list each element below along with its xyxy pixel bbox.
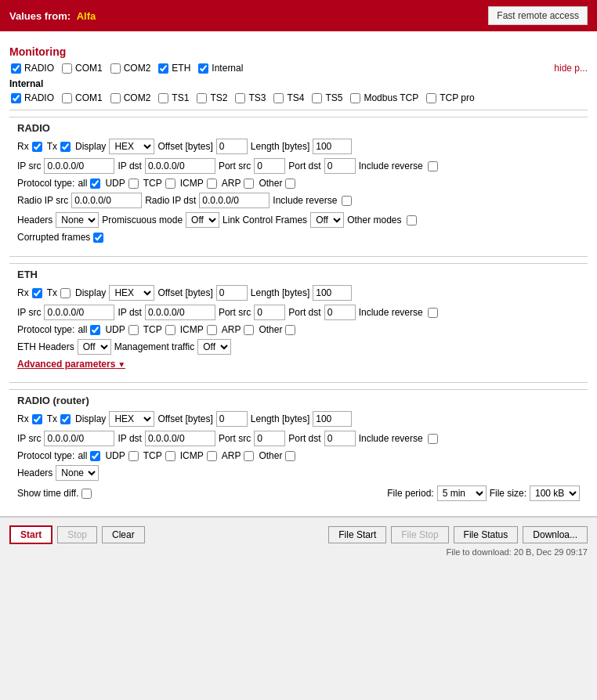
radio-portdst-input[interactable] <box>324 158 356 174</box>
radio-udp-checkbox[interactable] <box>128 179 139 189</box>
eth-ethheaders-select[interactable]: OffOn <box>78 339 111 355</box>
radio-inclrev2-label: Include reverse <box>273 195 337 206</box>
radio-othermodes-checkbox[interactable] <box>407 215 417 226</box>
internal-outer-checkbox[interactable] <box>198 63 208 74</box>
radio-inclrev2-checkbox[interactable] <box>342 196 352 206</box>
com1-outer-checkbox[interactable] <box>62 63 72 74</box>
radio-row1: Rx Tx Display HEXASCIIDEC Offset [bytes]… <box>17 139 580 154</box>
radio-icmp-checkbox[interactable] <box>207 179 217 189</box>
rr-arp-checkbox[interactable] <box>244 451 254 461</box>
eth-advanced-link[interactable]: Advanced parameters <box>17 359 125 370</box>
rr-ipsrc-input[interactable] <box>44 431 114 446</box>
internal-section: Internal RADIO COM1 COM2 TS1 <box>9 78 588 103</box>
eth-all-checkbox[interactable] <box>90 325 100 335</box>
radio-linkctrl-label: Link Control Frames <box>223 215 307 226</box>
radio-linkctrl-select[interactable]: OffOn <box>310 212 344 228</box>
radio-outer-checkbox[interactable] <box>11 63 21 74</box>
radio-length-input[interactable] <box>313 139 352 154</box>
radio-ipdst-input[interactable] <box>145 158 215 174</box>
rr-tx-checkbox[interactable] <box>60 414 71 424</box>
com1-inner-checkbox[interactable] <box>62 93 72 103</box>
eth-outer-checkbox[interactable] <box>158 63 168 74</box>
ts4-inner-checkbox[interactable] <box>273 93 284 103</box>
radio-ipsrc-input[interactable] <box>44 158 114 174</box>
eth-inclrev-checkbox[interactable] <box>428 308 438 318</box>
eth-udp-checkbox[interactable] <box>128 325 139 335</box>
radio-offset-input[interactable] <box>216 139 248 154</box>
eth-offset-input[interactable] <box>216 285 248 301</box>
radio-other-checkbox[interactable] <box>285 179 295 189</box>
radio-promiscuous-select[interactable]: OffOn <box>186 212 219 228</box>
ts5-inner-checkbox[interactable] <box>312 93 322 103</box>
rr-rx-checkbox[interactable] <box>32 414 42 424</box>
eth-length-label: Length [bytes] <box>251 287 309 298</box>
rr-inclrev-checkbox[interactable] <box>428 434 438 444</box>
eth-portsrc-input[interactable] <box>254 305 285 320</box>
rr-fileperiod-select[interactable]: 5 min10 min30 min1 h <box>437 485 487 501</box>
rr-portsrc-input[interactable] <box>254 431 285 446</box>
modbus-inner-check: Modbus TCP <box>349 92 418 103</box>
file-stop-button[interactable]: File Stop <box>391 526 448 543</box>
eth-display-select[interactable]: HEXASCIIDEC <box>109 285 154 301</box>
eth-other-checkbox[interactable] <box>285 325 295 335</box>
fast-remote-button[interactable]: Fast remote access <box>488 6 588 25</box>
radio-tcp-checkbox[interactable] <box>165 179 175 189</box>
ts2-inner-checkbox[interactable] <box>197 93 207 103</box>
clear-button[interactable]: Clear <box>102 526 145 543</box>
radio-arp-checkbox[interactable] <box>244 179 254 189</box>
download-button[interactable]: Downloa... <box>523 526 588 543</box>
radio-promiscuous-label: Promiscuous mode <box>102 215 183 226</box>
rr-protocol-label: Protocol type: <box>17 450 74 461</box>
tcppro-inner-checkbox[interactable] <box>426 93 436 103</box>
eth-ipdst-input[interactable] <box>145 305 215 320</box>
radio-display-select[interactable]: HEXASCIIDEC <box>109 139 154 154</box>
eth-rx-checkbox[interactable] <box>32 288 42 298</box>
radio-radioipdst-input[interactable] <box>199 193 270 208</box>
file-status-button[interactable]: File Status <box>454 526 519 543</box>
eth-icmp-checkbox[interactable] <box>207 325 217 335</box>
radio-inner-checkbox[interactable] <box>11 93 21 103</box>
radio-rx-checkbox[interactable] <box>32 142 42 152</box>
rr-showtime-checkbox[interactable] <box>81 489 92 499</box>
start-button[interactable]: Start <box>9 525 52 544</box>
radio-headers-select[interactable]: NoneAll <box>56 212 99 228</box>
modbus-inner-checkbox[interactable] <box>350 93 360 103</box>
radio-radioipsrc-input[interactable] <box>71 193 142 208</box>
com2-inner-checkbox[interactable] <box>110 93 121 103</box>
rr-other-checkbox[interactable] <box>285 451 295 461</box>
eth-tcp-checkbox[interactable] <box>165 325 175 335</box>
rr-icmp-checkbox[interactable] <box>207 451 217 461</box>
rr-tcp-checkbox[interactable] <box>165 451 175 461</box>
rr-all-checkbox[interactable] <box>90 451 100 461</box>
radio-inclrev-checkbox[interactable] <box>428 161 438 171</box>
ts3-inner-checkbox[interactable] <box>235 93 245 103</box>
eth-length-input[interactable] <box>313 285 352 301</box>
com2-outer-checkbox[interactable] <box>110 63 121 74</box>
rr-display-select[interactable]: HEXASCIIDEC <box>109 411 154 427</box>
rr-length-input[interactable] <box>313 411 352 427</box>
rr-offset-input[interactable] <box>216 411 248 427</box>
rr-udp-checkbox[interactable] <box>128 451 139 461</box>
hide-link[interactable]: hide p... <box>554 63 588 74</box>
radio-all-checkbox[interactable] <box>90 179 100 189</box>
radio-corrupted-checkbox[interactable] <box>93 233 103 243</box>
eth-mgmt-select[interactable]: OffOn <box>197 339 231 355</box>
eth-ipsrc-input[interactable] <box>44 305 114 320</box>
ts1-inner-checkbox[interactable] <box>158 93 168 103</box>
radio-row4: Radio IP src Radio IP dst Include revers… <box>17 193 580 208</box>
eth-portdst-input[interactable] <box>324 305 356 320</box>
rr-portdst-input[interactable] <box>324 431 356 446</box>
rr-ipdst-input[interactable] <box>145 431 215 446</box>
eth-section: ETH Rx Tx Display HEXASCIIDEC Offset [by… <box>9 263 588 376</box>
radio-portsrc-input[interactable] <box>254 158 285 174</box>
stop-button[interactable]: Stop <box>57 526 97 543</box>
eth-row1: Rx Tx Display HEXASCIIDEC Offset [bytes]… <box>17 285 580 301</box>
rr-filesize-select[interactable]: 100 kB500 kB1 MB <box>530 485 580 501</box>
eth-tx-checkbox[interactable] <box>60 288 71 298</box>
rr-headers-select[interactable]: NoneAll <box>56 465 99 481</box>
file-start-button[interactable]: File Start <box>328 526 386 543</box>
file-info: File to download: 20 B, Dec 29 09:17 <box>9 547 588 557</box>
radio-tx-checkbox[interactable] <box>60 142 71 152</box>
radio-rx-check: Rx <box>17 141 44 152</box>
eth-arp-checkbox[interactable] <box>244 325 254 335</box>
